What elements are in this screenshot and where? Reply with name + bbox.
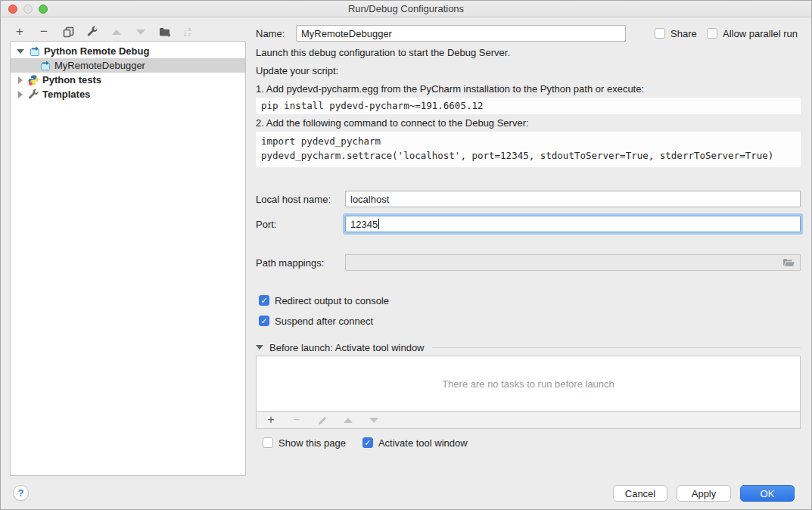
remove-configuration-icon[interactable]: − bbox=[37, 25, 51, 39]
redirect-output-label: Redirect output to console bbox=[275, 295, 389, 306]
title-bar[interactable]: Run/Debug Configurations bbox=[1, 1, 811, 17]
minimize-window-icon[interactable] bbox=[23, 5, 33, 14]
edit-defaults-wrench-icon[interactable] bbox=[86, 25, 99, 39]
tree-item-label: Python tests bbox=[42, 74, 101, 86]
text-cursor bbox=[378, 219, 379, 229]
add-task-icon[interactable]: + bbox=[264, 413, 278, 427]
update-script-text: Update your script: bbox=[256, 65, 338, 76]
show-this-page-checkbox-group[interactable]: Show this page bbox=[263, 437, 346, 449]
pip-install-code[interactable]: pip install pydevd-pycharm~=191.6605.12 bbox=[256, 98, 801, 114]
share-checkbox[interactable] bbox=[655, 28, 665, 39]
chevron-collapsed-icon[interactable] bbox=[18, 91, 23, 98]
show-this-page-label: Show this page bbox=[278, 437, 346, 449]
python-icon bbox=[27, 74, 39, 86]
allow-parallel-run-label: Allow parallel run bbox=[723, 28, 798, 39]
name-input[interactable] bbox=[296, 25, 626, 42]
share-label: Share bbox=[670, 28, 697, 39]
activate-tool-window-checkbox-group[interactable]: ✓ Activate tool window bbox=[362, 437, 468, 449]
host-label: Local host name: bbox=[256, 194, 331, 205]
remote-debug-icon bbox=[39, 60, 51, 72]
remove-task-icon[interactable]: − bbox=[290, 413, 303, 427]
port-input[interactable]: 12345 bbox=[345, 216, 801, 232]
move-up-icon[interactable] bbox=[110, 25, 123, 39]
wrench-icon bbox=[27, 89, 39, 101]
settrace-code-line1: import pydevd_pycharm bbox=[261, 134, 795, 148]
local-host-name-input[interactable] bbox=[345, 191, 801, 207]
suspend-after-connect-checkbox-group[interactable]: ✓ Suspend after connect bbox=[259, 314, 373, 328]
tree-item-python-remote-debug[interactable]: Python Remote Debug bbox=[11, 44, 245, 58]
create-folder-icon[interactable] bbox=[158, 25, 172, 39]
close-window-icon[interactable] bbox=[8, 5, 17, 14]
window-title: Run/Debug Configurations bbox=[1, 1, 811, 17]
configurations-tree[interactable]: Python Remote Debug MyRemoteDebugger Pyt… bbox=[10, 41, 246, 476]
tree-item-label: Templates bbox=[42, 89, 90, 100]
tree-item-myremotedebugger[interactable]: MyRemoteDebugger bbox=[11, 58, 245, 73]
intro-text: Launch this debug configuration to start… bbox=[256, 47, 510, 58]
redirect-output-checkbox[interactable]: ✓ bbox=[259, 295, 269, 306]
path-mappings-input[interactable] bbox=[345, 254, 801, 271]
suspend-after-connect-label: Suspend after connect bbox=[275, 316, 373, 327]
step1-text: 1. Add pydevd-pycharm.egg from the PyCha… bbox=[256, 83, 644, 95]
help-button[interactable]: ? bbox=[13, 485, 29, 501]
remote-debug-icon bbox=[29, 45, 41, 58]
divider bbox=[432, 347, 801, 348]
allow-parallel-checkbox-group[interactable]: Allow parallel run bbox=[707, 28, 798, 39]
browse-folder-icon[interactable] bbox=[782, 258, 795, 268]
ok-button[interactable]: OK bbox=[740, 485, 795, 502]
zoom-window-icon[interactable] bbox=[39, 5, 48, 14]
before-launch-header[interactable]: Before launch: Activate tool window bbox=[256, 341, 801, 353]
run-debug-configurations-dialog: Run/Debug Configurations + − ↓az Python … bbox=[0, 0, 812, 510]
help-icon: ? bbox=[18, 487, 24, 499]
before-launch-task-list[interactable]: There are no tasks to run before launch bbox=[256, 356, 801, 412]
move-task-down-icon[interactable] bbox=[367, 413, 381, 427]
tree-item-label: MyRemoteDebugger bbox=[54, 60, 145, 71]
move-task-up-icon[interactable] bbox=[341, 413, 355, 427]
activate-tool-window-label: Activate tool window bbox=[378, 437, 468, 449]
settrace-code-block[interactable]: import pydevd_pycharm pydevd_pycharm.set… bbox=[256, 132, 801, 167]
copy-configuration-icon[interactable] bbox=[61, 25, 75, 39]
name-label: Name: bbox=[256, 28, 285, 39]
apply-button[interactable]: Apply bbox=[677, 485, 731, 502]
step2-text: 2. Add the following command to connect … bbox=[256, 117, 529, 129]
redirect-output-checkbox-group[interactable]: ✓ Redirect output to console bbox=[259, 294, 389, 307]
edit-task-pencil-icon[interactable] bbox=[316, 413, 329, 427]
add-configuration-icon[interactable]: + bbox=[13, 25, 26, 39]
cancel-button[interactable]: Cancel bbox=[613, 485, 667, 502]
allow-parallel-run-checkbox[interactable] bbox=[707, 28, 717, 39]
sort-configurations-icon[interactable]: ↓az bbox=[182, 26, 191, 38]
show-this-page-checkbox[interactable] bbox=[263, 437, 273, 448]
activate-tool-window-checkbox[interactable]: ✓ bbox=[362, 437, 373, 448]
settrace-code-line2: pydevd_pycharm.settrace('localhost', por… bbox=[261, 148, 795, 163]
share-checkbox-group[interactable]: Share bbox=[655, 28, 697, 39]
chevron-collapsed-icon[interactable] bbox=[18, 76, 23, 84]
tree-item-python-tests[interactable]: Python tests bbox=[11, 73, 245, 87]
chevron-expanded-icon[interactable] bbox=[17, 49, 24, 54]
chevron-expanded-icon[interactable] bbox=[256, 345, 263, 350]
tree-item-templates[interactable]: Templates bbox=[11, 87, 245, 101]
before-launch-toolbar: + − bbox=[256, 412, 801, 429]
tree-item-label: Python Remote Debug bbox=[44, 45, 149, 57]
suspend-after-connect-checkbox[interactable]: ✓ bbox=[259, 316, 269, 326]
port-value: 12345 bbox=[350, 219, 378, 230]
port-label: Port: bbox=[256, 219, 276, 230]
before-launch-title: Before launch: Activate tool window bbox=[269, 342, 425, 353]
move-down-icon[interactable] bbox=[134, 25, 148, 39]
configurations-toolbar: + − ↓az bbox=[13, 23, 191, 40]
path-mappings-label: Path mappings: bbox=[256, 257, 324, 269]
no-tasks-text: There are no tasks to run before launch bbox=[442, 378, 614, 390]
